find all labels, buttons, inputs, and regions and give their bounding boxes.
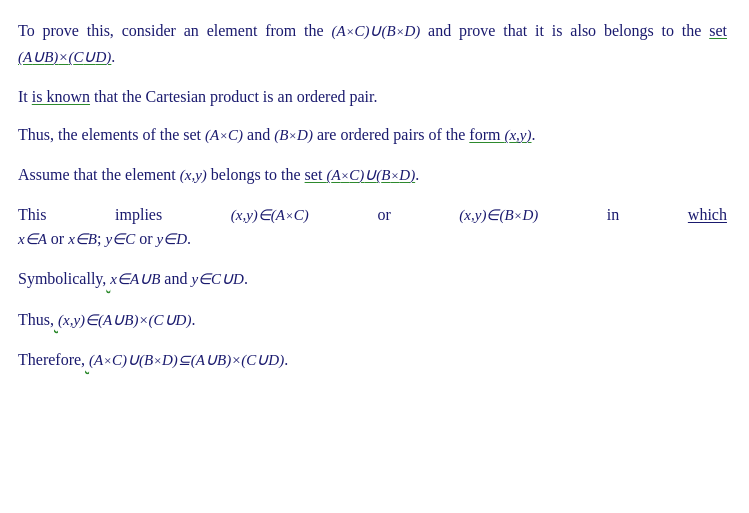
p2-text-1: It [18, 88, 32, 105]
p5-or-2: or [47, 230, 68, 247]
p6-math-2: y∈C∪D [191, 271, 244, 287]
p1-union-1: ∪ [369, 21, 381, 40]
p3-period: . [532, 126, 536, 143]
p1-text-2: and prove that it is also belongs to the [420, 22, 709, 39]
paragraph-4: Assume that the element (x,y) belongs to… [18, 162, 727, 188]
p7-math-1: (x,y)∈(A∪B)×(C∪D) [58, 312, 191, 328]
p1-set-underline: set [709, 22, 727, 39]
p5-math-3: x∈A [18, 231, 47, 247]
paragraph-5: This implies (x,y)∈(A×C) or (x,y)∈(B×D) … [18, 203, 727, 253]
p6-text-1: Symbolically, [18, 270, 106, 287]
p1-math-set: (A∪B) [18, 49, 58, 65]
p4-text-1: Assume that the element [18, 166, 180, 183]
p7-period: . [191, 311, 195, 328]
p1-text-1: To prove this, consider an element from … [18, 22, 331, 39]
p5-in: in [607, 203, 619, 228]
p4-math-1: (x,y) [180, 167, 207, 183]
p4-math-set: (A×C) [326, 167, 364, 183]
p3-math-1: (A×C) [205, 127, 243, 143]
p8-text-1: Therefore, [18, 351, 85, 368]
p6-math-1: x∈A∪B [110, 271, 160, 287]
p5-or-1: or [377, 203, 390, 228]
p5-implies: implies [115, 203, 162, 228]
p5-period: . [187, 230, 191, 247]
p8-math-1: (A×C)∪(B×D)⊆(A∪B)×(C∪D) [89, 352, 284, 368]
p5-which: which [688, 203, 727, 228]
p5-line1: This implies (x,y)∈(A×C) or (x,y)∈(B×D) … [18, 203, 727, 228]
p1-math-1: (A×C) [331, 23, 369, 39]
p5-math-2: (x,y)∈(B×D) [459, 204, 538, 227]
p5-this: This [18, 203, 46, 228]
paragraph-2: It is known that the Cartesian product i… [18, 85, 727, 110]
p3-math-form: (x,y) [504, 127, 531, 143]
p5-math-4: x∈B [68, 231, 97, 247]
paragraph-6: Symbolically, x∈A∪B and y∈C∪D. [18, 266, 727, 292]
paragraph-3: Thus, the elements of the set (A×C) and … [18, 123, 727, 148]
p2-isknown: is known [32, 88, 90, 105]
p1-period: . [111, 48, 115, 65]
paragraph-1: To prove this, consider an element from … [18, 18, 727, 71]
p8-period: . [284, 351, 288, 368]
p5-line2: x∈A or x∈B; y∈C or y∈D. [18, 227, 727, 252]
p7-text-1: Thus, [18, 311, 54, 328]
p4-text-2: belongs to the [207, 166, 305, 183]
p1-math-2: (B×D) [381, 23, 420, 39]
p1-times: × [58, 49, 68, 65]
main-content: To prove this, consider an element from … [18, 18, 727, 373]
p3-form-underline: form [469, 126, 504, 143]
p4-union: ∪ [364, 165, 376, 184]
p3-text-1: Thus, the elements of the set [18, 126, 205, 143]
p4-set-underline: set [305, 166, 327, 183]
p3-math-2: (B×D) [274, 127, 313, 143]
p1-math-set2: (C∪D) [68, 49, 111, 65]
paragraph-8: Therefore, (A×C)∪(B×D)⊆(A∪B)×(C∪D). [18, 347, 727, 373]
p5-or-3: or [135, 230, 156, 247]
p5-math-1: (x,y)∈(A×C) [231, 204, 309, 227]
paragraph-7: Thus, (x,y)∈(A∪B)×(C∪D). [18, 307, 727, 333]
p3-text-3: are ordered pairs of the [313, 126, 469, 143]
p4-math-set2: (B×D) [376, 167, 415, 183]
p6-and: and [160, 270, 191, 287]
p5-math-5: y∈C [105, 231, 135, 247]
p2-text-2: that the Cartesian product is an ordered… [90, 88, 377, 105]
p5-math-6: y∈D [156, 231, 187, 247]
p4-period: . [415, 166, 419, 183]
p3-text-2: and [243, 126, 274, 143]
p6-period: . [244, 270, 248, 287]
